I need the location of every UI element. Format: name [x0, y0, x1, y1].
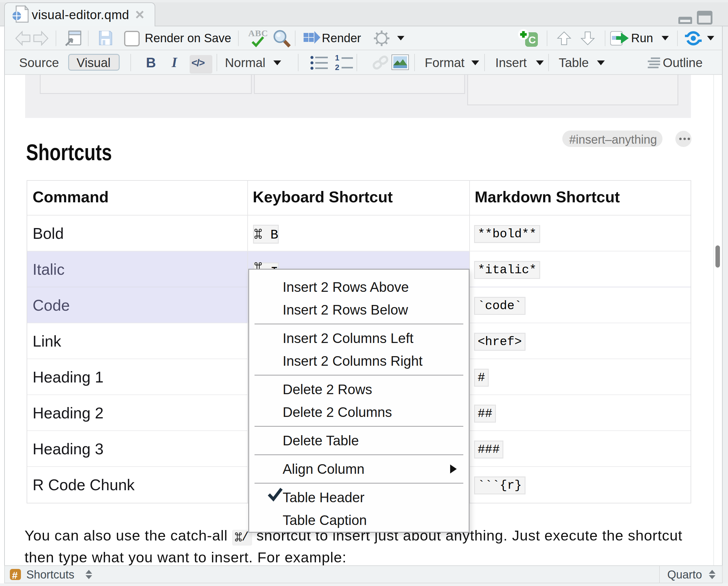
svg-text:2: 2 [335, 63, 339, 71]
svg-text:1: 1 [335, 54, 339, 62]
